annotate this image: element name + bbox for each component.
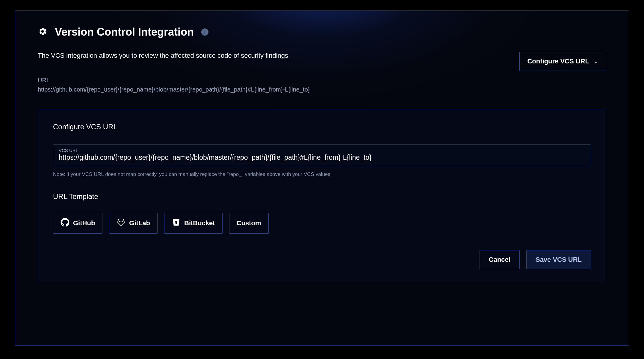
page-title: Version Control Integration — [55, 26, 194, 38]
vcs-url-input-wrap[interactable]: VCS URL — [53, 144, 591, 166]
gitlab-icon — [117, 218, 126, 229]
chevron-up-icon — [594, 59, 598, 64]
template-bitbucket-label: BitBucket — [184, 219, 215, 227]
url-display-block: URL https://github.com/{repo_user}/{repo… — [38, 77, 606, 94]
description-row: The VCS integration allows you to review… — [38, 52, 606, 71]
url-template-title: URL Template — [53, 192, 591, 201]
configure-vcs-url-button[interactable]: Configure VCS URL — [519, 52, 606, 71]
github-icon — [61, 218, 69, 229]
vcs-url-input-label: VCS URL — [59, 148, 585, 153]
info-icon[interactable]: i — [201, 28, 208, 36]
template-gitlab-label: GitLab — [129, 219, 150, 227]
description-text: The VCS integration allows you to review… — [38, 52, 290, 60]
template-gitlab-button[interactable]: GitLab — [109, 213, 158, 234]
configure-card-title: Configure VCS URL — [53, 123, 591, 131]
template-github-button[interactable]: GitHub — [53, 213, 102, 234]
header-row: Version Control Integration i — [38, 26, 606, 38]
save-vcs-url-button[interactable]: Save VCS URL — [526, 250, 591, 269]
template-github-label: GitHub — [73, 219, 95, 227]
template-bitbucket-button[interactable]: BitBucket — [164, 213, 223, 234]
url-label: URL — [38, 77, 606, 84]
configure-card: Configure VCS URL VCS URL Note: if your … — [38, 109, 606, 283]
template-custom-label: Custom — [237, 219, 261, 227]
cancel-button[interactable]: Cancel — [480, 250, 520, 269]
vcs-integration-panel: Version Control Integration i The VCS in… — [15, 10, 629, 346]
action-buttons-row: Cancel Save VCS URL — [53, 250, 591, 269]
template-buttons-row: GitHub GitLab BitBucket Custom — [53, 213, 591, 234]
settings-gear-icon — [38, 27, 47, 37]
url-value: https://github.com/{repo_user}/{repo_nam… — [38, 85, 316, 94]
vcs-url-note: Note: if your VCS URL does not map corre… — [53, 171, 591, 177]
template-custom-button[interactable]: Custom — [229, 213, 269, 234]
bitbucket-icon — [172, 218, 181, 229]
vcs-url-input[interactable] — [59, 153, 585, 162]
configure-button-label: Configure VCS URL — [527, 57, 589, 65]
